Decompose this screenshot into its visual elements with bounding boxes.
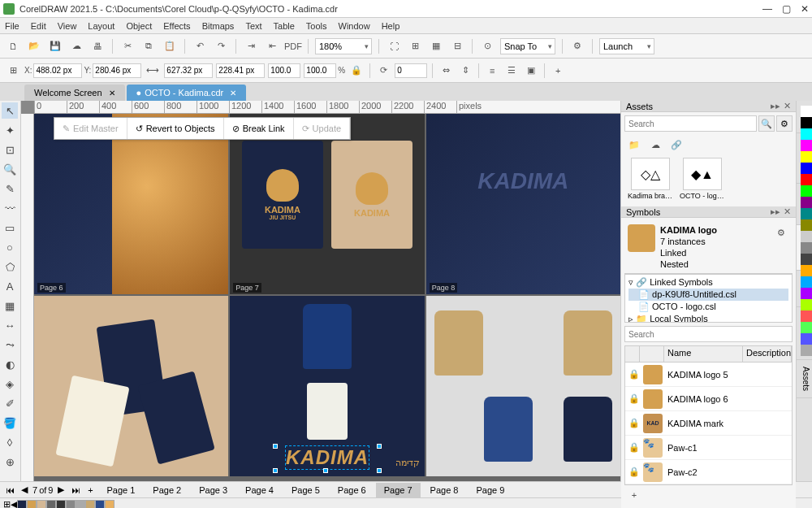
cloud-button[interactable]: ☁ bbox=[68, 38, 84, 54]
color-swatch[interactable] bbox=[801, 140, 812, 151]
color-swatch[interactable] bbox=[801, 242, 812, 254]
export-button[interactable]: ⇤ bbox=[264, 38, 280, 54]
color-swatch[interactable] bbox=[801, 276, 812, 288]
list-item[interactable]: 🔒KADIMA logo 6 bbox=[625, 387, 792, 411]
menu-text[interactable]: Text bbox=[245, 21, 261, 31]
order-button[interactable]: ☰ bbox=[503, 63, 520, 79]
menu-object[interactable]: Object bbox=[126, 21, 152, 31]
menu-view[interactable]: View bbox=[58, 21, 77, 31]
list-item[interactable]: 🔒🐾Paw-c1 bbox=[625, 436, 792, 460]
fill-tool[interactable]: 🪣 bbox=[2, 415, 18, 431]
color-swatch[interactable] bbox=[801, 128, 812, 140]
options-button[interactable]: ⚙ bbox=[569, 38, 585, 54]
doc-color-swatch[interactable] bbox=[37, 500, 46, 509]
width-input[interactable] bbox=[164, 63, 213, 78]
shape-tool[interactable]: ✦ bbox=[2, 122, 18, 138]
doc-color-swatch[interactable] bbox=[56, 500, 66, 509]
menu-tools[interactable]: Tools bbox=[306, 21, 327, 31]
paste-button[interactable]: 📋 bbox=[162, 38, 178, 54]
panel-menu-icon[interactable]: ▸▸ bbox=[771, 206, 780, 217]
panel-menu-icon[interactable]: ▸▸ bbox=[771, 101, 780, 111]
color-swatch[interactable] bbox=[801, 322, 812, 333]
color-swatch[interactable] bbox=[801, 345, 812, 356]
list-item[interactable]: 🔒🐾Paw-c2 bbox=[625, 460, 792, 484]
table-tool[interactable]: ▦ bbox=[2, 297, 18, 314]
canvas[interactable]: Page 6 KADIMAJIU JITSU KADIMA Page 7 KAD… bbox=[34, 114, 620, 481]
dimension-tool[interactable]: ↔ bbox=[2, 317, 18, 333]
color-swatch[interactable] bbox=[801, 208, 812, 219]
doc-color-swatch[interactable] bbox=[105, 500, 114, 509]
list-item[interactable]: 🔒KADKADIMA mark bbox=[625, 411, 792, 436]
color-swatch[interactable] bbox=[801, 265, 812, 276]
close-icon[interactable]: ✕ bbox=[109, 89, 115, 98]
wrap-button[interactable]: ▣ bbox=[523, 63, 539, 79]
asset-item[interactable]: ◆▲OCTO - logo.csl bbox=[680, 158, 725, 200]
color-swatch[interactable] bbox=[801, 254, 812, 265]
pick-tool[interactable]: ↖ bbox=[2, 102, 18, 119]
guides-button[interactable]: ⊟ bbox=[449, 38, 465, 54]
menu-layout[interactable]: Layout bbox=[88, 21, 114, 31]
undo-button[interactable]: ↶ bbox=[192, 38, 208, 54]
update-button[interactable]: ⟳Update bbox=[294, 118, 350, 139]
color-swatch[interactable] bbox=[801, 106, 812, 117]
scale-y-input[interactable] bbox=[304, 63, 336, 78]
snapto-dropdown[interactable]: Snap To bbox=[500, 38, 555, 54]
symbols-header[interactable]: Symbols ▸▸✕ bbox=[621, 206, 796, 218]
color-swatch[interactable] bbox=[801, 174, 812, 185]
color-swatch[interactable] bbox=[801, 219, 812, 231]
symbols-search-input[interactable] bbox=[624, 326, 793, 342]
ruler-vertical[interactable] bbox=[21, 114, 34, 481]
page-thumb-selected[interactable]: KADIMA קדימה bbox=[230, 296, 424, 476]
copy-button[interactable]: ⧉ bbox=[140, 38, 157, 54]
assets-search-input[interactable] bbox=[624, 115, 757, 132]
redo-button[interactable]: ↷ bbox=[213, 38, 229, 54]
color-swatch[interactable] bbox=[801, 333, 812, 345]
maximize-button[interactable]: ▢ bbox=[782, 3, 791, 15]
doc-color-swatch[interactable] bbox=[95, 500, 105, 509]
launch-dropdown[interactable]: Launch bbox=[599, 38, 654, 54]
page-tab[interactable]: Page 3 bbox=[191, 483, 235, 497]
height-input[interactable] bbox=[216, 63, 265, 78]
color-swatch[interactable] bbox=[801, 299, 812, 310]
tab-document[interactable]: ●OCTO - Kadima.cdr✕ bbox=[127, 85, 247, 101]
page-thumb[interactable]: KADIMA Page 8 bbox=[426, 114, 620, 294]
list-item[interactable]: 🔒KADIMA logo 5 bbox=[625, 363, 792, 387]
revert-button[interactable]: ↺Revert to Objects bbox=[127, 118, 224, 139]
import-button[interactable]: ⇥ bbox=[243, 38, 259, 54]
selected-symbol[interactable]: KADIMA bbox=[285, 445, 369, 470]
add-button[interactable]: + bbox=[550, 63, 566, 79]
scale-x-input[interactable] bbox=[268, 63, 300, 78]
color-swatch[interactable] bbox=[801, 185, 812, 197]
cut-button[interactable]: ✂ bbox=[119, 38, 136, 54]
mirror-v-button[interactable]: ⇕ bbox=[457, 63, 473, 79]
page-tab[interactable]: Page 5 bbox=[283, 483, 328, 497]
page-tab[interactable]: Page 1 bbox=[98, 483, 143, 497]
palette-left-icon[interactable]: ◀ bbox=[11, 499, 17, 508]
save-button[interactable]: 💾 bbox=[47, 38, 63, 54]
eyedropper-tool[interactable]: ✐ bbox=[2, 395, 18, 411]
doc-color-swatch[interactable] bbox=[76, 500, 85, 509]
rectangle-tool[interactable]: ▭ bbox=[2, 219, 18, 236]
page-tab[interactable]: Page 7 bbox=[376, 483, 421, 497]
freehand-tool[interactable]: ✎ bbox=[2, 180, 18, 197]
doc-color-swatch[interactable] bbox=[17, 500, 27, 509]
open-button[interactable]: 📂 bbox=[26, 38, 42, 54]
vtab-assets[interactable]: Assets bbox=[797, 360, 812, 398]
text-tool[interactable]: A bbox=[2, 278, 18, 294]
rulers-button[interactable]: ⊞ bbox=[407, 38, 423, 54]
effects-tool[interactable]: ◐ bbox=[2, 356, 18, 372]
assets-header[interactable]: Assets ▸▸✕ bbox=[621, 101, 796, 112]
color-swatch[interactable] bbox=[801, 163, 812, 174]
symbol-list[interactable]: NameDescription 🔒KADIMA logo 5 🔒KADIMA l… bbox=[624, 345, 793, 485]
color-swatch[interactable] bbox=[801, 310, 812, 322]
add-page-button[interactable]: + bbox=[84, 484, 97, 497]
outline-tool[interactable]: ◊ bbox=[2, 434, 18, 450]
tab-welcome[interactable]: Welcome Screen✕ bbox=[24, 85, 125, 101]
ellipse-tool[interactable]: ○ bbox=[2, 239, 18, 255]
panel-close-icon[interactable]: ✕ bbox=[784, 101, 791, 111]
print-button[interactable]: 🖶 bbox=[89, 38, 106, 54]
search-button[interactable]: 🔍 bbox=[758, 115, 775, 132]
color-swatch[interactable] bbox=[801, 288, 812, 299]
add-symbol-button[interactable]: + bbox=[626, 487, 642, 503]
new-button[interactable]: 🗋 bbox=[5, 38, 21, 54]
